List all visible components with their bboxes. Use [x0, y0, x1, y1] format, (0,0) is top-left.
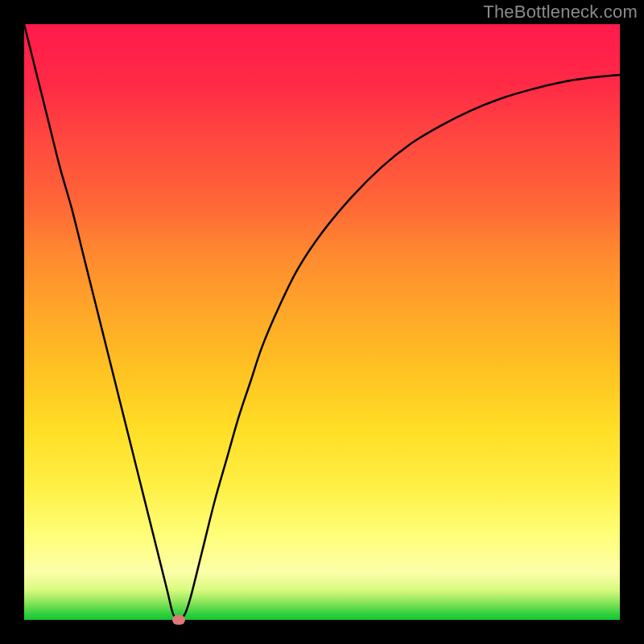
watermark-label: TheBottleneck.com — [483, 2, 638, 23]
bottleneck-curve — [24, 24, 620, 620]
optimal-point-marker — [172, 615, 185, 625]
plot-area — [24, 24, 620, 620]
chart-frame: TheBottleneck.com — [0, 0, 644, 644]
